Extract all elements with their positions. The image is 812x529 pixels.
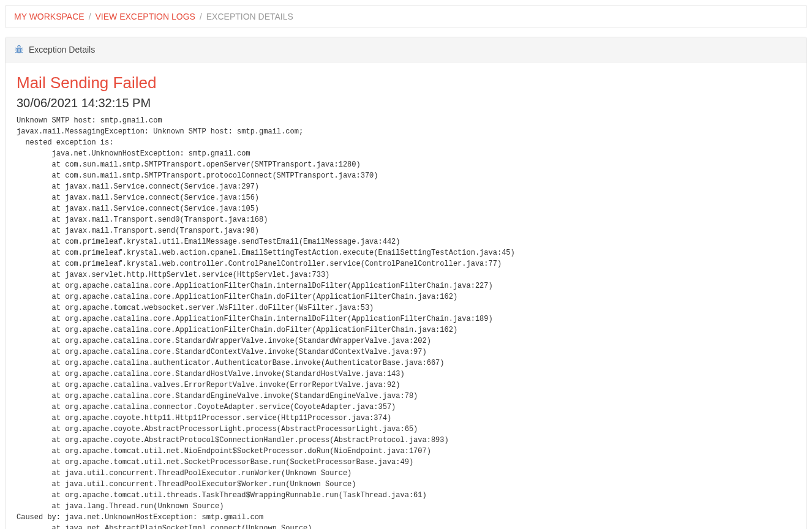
breadcrumb-separator: /: [200, 12, 202, 21]
panel-body: Mail Sending Failed 30/06/2021 14:32:15 …: [6, 62, 806, 529]
breadcrumb: MY WORKSPACE / VIEW EXCEPTION LOGS / EXC…: [5, 5, 807, 28]
exception-title: Mail Sending Failed: [17, 73, 795, 92]
bug-icon: [14, 45, 24, 54]
breadcrumb-current: EXCEPTION DETAILS: [206, 12, 293, 21]
breadcrumb-view-exception-logs[interactable]: VIEW EXCEPTION LOGS: [96, 12, 195, 21]
exception-stacktrace: Unknown SMTP host: smtp.gmail.com javax.…: [17, 115, 795, 529]
breadcrumb-my-workspace[interactable]: MY WORKSPACE: [14, 12, 85, 21]
svg-line-6: [21, 51, 23, 52]
panel-header-title: Exception Details: [29, 45, 95, 54]
svg-line-5: [16, 51, 18, 52]
svg-line-3: [16, 48, 18, 48]
panel-header: Exception Details: [6, 37, 806, 62]
exception-panel: Exception Details Mail Sending Failed 30…: [5, 37, 807, 529]
svg-line-4: [21, 48, 23, 48]
exception-timestamp: 30/06/2021 14:32:15 PM: [17, 96, 795, 110]
breadcrumb-separator: /: [89, 12, 91, 21]
